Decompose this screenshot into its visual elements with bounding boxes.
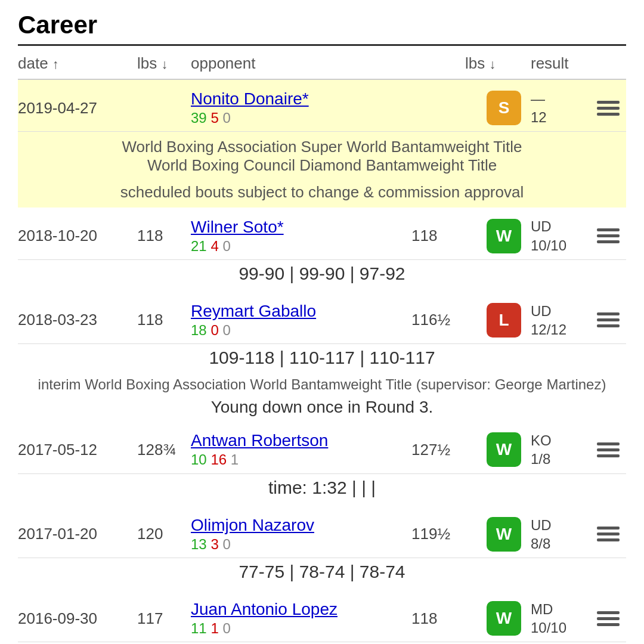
- fight-menu-fight-5[interactable]: [590, 527, 626, 541]
- fight-menu-fight-2[interactable]: [590, 228, 626, 243]
- result-rounds-fight-6: 10/10: [531, 618, 590, 637]
- sort-arrow-date[interactable]: ↑: [52, 57, 59, 72]
- record-losses: 0: [210, 322, 218, 338]
- result-type-fight-5: UD: [531, 516, 590, 534]
- fight-badge-fight-6: W: [487, 601, 521, 636]
- fight-detail-fight-3: interim World Boxing Association World B…: [18, 376, 626, 398]
- fight-row-fight-1: 2019-04-27 Nonito Donaire* 39 5 0 S — 12: [18, 80, 626, 132]
- fight-main-fight-3: 2018-03-23 118 Reymart Gaballo 18 0 0 11…: [18, 292, 626, 343]
- fight-badge-wrap-fight-2: W: [477, 219, 531, 253]
- fight-lbs2-fight-6: 118: [411, 609, 477, 628]
- col-header-opponent: opponent: [191, 54, 465, 73]
- result-rounds-fight-2: 10/10: [531, 236, 590, 255]
- opponent-record-fight-2: 21 4 0: [191, 238, 411, 255]
- hamburger-icon-fight-1[interactable]: [597, 101, 620, 116]
- fight-row-fight-4: 2017-05-12 128¾ Antwan Robertson 10 16 1…: [18, 422, 626, 473]
- opponent-name-fight-5[interactable]: Olimjon Nazarov: [191, 516, 411, 535]
- fight-badge-wrap-fight-4: W: [477, 432, 531, 467]
- fight-badge-fight-4: W: [487, 432, 521, 467]
- fights-container: 2019-04-27 Nonito Donaire* 39 5 0 S — 12: [18, 80, 626, 644]
- career-header: Career: [18, 0, 626, 46]
- career-title: Career: [18, 11, 97, 39]
- sort-arrow-lbs2[interactable]: ↓: [489, 57, 496, 72]
- fight-opponent-fight-3: Reymart Gaballo 18 0 0: [191, 302, 411, 339]
- fight-badge-wrap-fight-3: L: [477, 303, 531, 338]
- record-losses: 1: [210, 620, 218, 636]
- fight-result-fight-5: UD 8/8: [531, 516, 590, 553]
- fight-opponent-fight-2: Wilner Soto* 21 4 0: [191, 218, 411, 255]
- record-wins: 18: [191, 322, 207, 338]
- result-rounds-fight-4: 1/8: [531, 450, 590, 468]
- fight-menu-fight-1[interactable]: [590, 101, 626, 116]
- fight-detail-fight-1: scheduled bouts subject to change & comm…: [18, 183, 626, 208]
- result-rounds-fight-5: 8/8: [531, 534, 590, 553]
- fight-badge-fight-1: S: [487, 91, 521, 125]
- fight-badge-fight-3: L: [487, 303, 521, 338]
- fight-badge-fight-2: W: [487, 219, 521, 253]
- fight-menu-fight-6[interactable]: [590, 611, 626, 626]
- opponent-record-fight-1: 39 5 0: [191, 110, 411, 126]
- fight-result-fight-3: UD 12/12: [531, 302, 590, 339]
- fight-opponent-fight-5: Olimjon Nazarov 13 3 0: [191, 516, 411, 553]
- hamburger-icon-fight-2[interactable]: [597, 228, 620, 243]
- col-header-date: date ↑: [18, 54, 137, 73]
- fight-detail-fight-3: 109-118 | 110-117 | 110-117: [18, 344, 626, 376]
- record-wins: 13: [191, 536, 207, 552]
- fight-row-fight-5: 2017-01-20 120 Olimjon Nazarov 13 3 0 11…: [18, 506, 626, 558]
- fight-menu-fight-3[interactable]: [590, 312, 626, 327]
- record-wins: 21: [191, 238, 207, 254]
- result-type-fight-1: —: [531, 89, 590, 108]
- fight-detail-fight-4: time: 1:32 | | |: [18, 474, 626, 506]
- fight-badge-wrap-fight-1: S: [477, 91, 531, 125]
- result-type-fight-6: MD: [531, 600, 590, 618]
- record-draws: 0: [222, 238, 230, 254]
- sort-arrow-lbs[interactable]: ↓: [161, 57, 168, 72]
- fight-lbs-fight-5: 120: [137, 525, 191, 543]
- fight-badge-wrap-fight-5: W: [477, 517, 531, 552]
- record-wins: 11: [191, 620, 207, 636]
- fight-main-fight-4: 2017-05-12 128¾ Antwan Robertson 10 16 1…: [18, 422, 626, 473]
- fight-opponent-fight-1: Nonito Donaire* 39 5 0: [191, 89, 411, 126]
- fight-result-fight-4: KO 1/8: [531, 431, 590, 468]
- fight-result-fight-1: — 12: [531, 89, 590, 126]
- column-headers: date ↑ lbs ↓ opponent lbs ↓ result: [18, 46, 626, 80]
- hamburger-icon-fight-5[interactable]: [597, 527, 620, 541]
- fight-row-fight-3: 2018-03-23 118 Reymart Gaballo 18 0 0 11…: [18, 292, 626, 344]
- fight-detail-fight-3: Young down once in Round 3.: [18, 398, 626, 422]
- fight-result-fight-6: MD 10/10: [531, 600, 590, 637]
- record-draws: 0: [222, 620, 230, 636]
- fight-main-fight-5: 2017-01-20 120 Olimjon Nazarov 13 3 0 11…: [18, 506, 626, 558]
- record-wins: 10: [191, 451, 207, 467]
- fight-date-fight-6: 2016-09-30: [18, 609, 137, 628]
- fight-menu-fight-4[interactable]: [590, 442, 626, 457]
- opponent-name-fight-4[interactable]: Antwan Robertson: [191, 431, 411, 450]
- fight-lbs2-fight-4: 127½: [411, 441, 477, 459]
- opponent-record-fight-6: 11 1 0: [191, 620, 411, 637]
- opponent-name-fight-2[interactable]: Wilner Soto*: [191, 218, 411, 237]
- record-losses: 5: [210, 110, 218, 126]
- opponent-record-fight-5: 13 3 0: [191, 536, 411, 553]
- fight-lbs2-fight-3: 116½: [411, 311, 477, 329]
- record-draws: 0: [222, 536, 230, 552]
- hamburger-icon-fight-4[interactable]: [597, 442, 620, 457]
- fight-lbs-fight-2: 118: [137, 227, 191, 245]
- fight-detail-fight-1: World Boxing Association Super World Ban…: [18, 132, 626, 183]
- opponent-name-fight-1[interactable]: Nonito Donaire*: [191, 89, 411, 109]
- hamburger-icon-fight-3[interactable]: [597, 312, 620, 327]
- record-draws: 0: [222, 322, 230, 338]
- hamburger-icon-fight-6[interactable]: [597, 611, 620, 626]
- fight-lbs-fight-3: 118: [137, 311, 191, 329]
- col-header-lbs2: lbs ↓: [465, 54, 531, 73]
- fight-row-fight-2: 2018-10-20 118 Wilner Soto* 21 4 0 118 W…: [18, 208, 626, 259]
- record-wins: 39: [191, 110, 207, 126]
- opponent-record-fight-3: 18 0 0: [191, 322, 411, 339]
- fight-lbs-fight-4: 128¾: [137, 441, 191, 459]
- fight-detail-fight-2: 99-90 | 99-90 | 97-92: [18, 260, 626, 292]
- fight-row-fight-6: 2016-09-30 117 Juan Antonio Lopez 11 1 0…: [18, 590, 626, 642]
- fight-badge-fight-5: W: [487, 517, 521, 552]
- result-type-fight-2: UD: [531, 217, 590, 236]
- opponent-name-fight-3[interactable]: Reymart Gaballo: [191, 302, 411, 321]
- career-page: Career date ↑ lbs ↓ opponent lbs ↓ resul…: [0, 0, 644, 644]
- opponent-name-fight-6[interactable]: Juan Antonio Lopez: [191, 600, 411, 619]
- fight-date-fight-3: 2018-03-23: [18, 311, 137, 329]
